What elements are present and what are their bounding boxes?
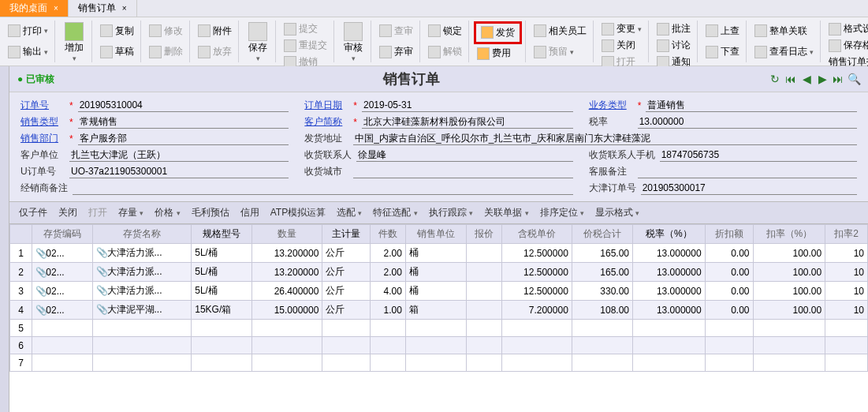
output-button[interactable]: 输出▾: [5, 43, 51, 60]
savefmt-button[interactable]: 保存格式: [825, 37, 868, 54]
modify-button[interactable]: 修改: [146, 23, 186, 39]
atp-button[interactable]: ATP模拟运算: [266, 204, 330, 221]
attach-button[interactable]: 附件: [195, 23, 235, 39]
cust-remark-field[interactable]: [638, 165, 857, 178]
fee-button[interactable]: 费用: [474, 45, 522, 62]
log-button[interactable]: 查看日志▾: [751, 43, 817, 60]
resubmit-button[interactable]: 重提交: [281, 37, 330, 54]
discuss-button[interactable]: 讨论: [654, 37, 694, 54]
saletype-field[interactable]: [78, 115, 289, 129]
fmt-icon: [829, 23, 841, 36]
date-field[interactable]: [362, 99, 573, 112]
batch-button[interactable]: 批注: [654, 21, 694, 37]
track-button[interactable]: 执行跟踪 ▾: [424, 204, 478, 221]
dept-label[interactable]: 销售部门: [20, 132, 65, 145]
gross-button[interactable]: 毛利预估: [187, 204, 234, 221]
whole-button[interactable]: 整单关联: [751, 23, 817, 39]
save-button[interactable]: 保存▾: [244, 21, 272, 64]
table-row[interactable]: 3📎 02...📎 大津活力派...5L/桶26.400000公斤4.00桶12…: [10, 282, 868, 301]
table-row[interactable]: 7: [10, 354, 868, 372]
table-row[interactable]: 4📎 02...📎 大津泥平湖...15KG/箱15.000000公斤1.00箱…: [10, 301, 868, 320]
search-icon[interactable]: 🔍: [848, 73, 860, 85]
review-button[interactable]: 查审: [376, 23, 416, 39]
add-button[interactable]: 增加▾: [60, 21, 88, 64]
ship-icon: [481, 26, 494, 39]
up-button[interactable]: 上查: [702, 23, 743, 39]
recv-contact-field[interactable]: [356, 148, 572, 162]
credit-button[interactable]: 信用: [236, 204, 264, 221]
close-icon: [602, 39, 614, 52]
relate-button[interactable]: 关联单据 ▾: [479, 204, 533, 221]
lock-button[interactable]: 锁定: [425, 23, 465, 39]
draft-icon: [100, 46, 113, 58]
recv-city-label: 收货城市: [304, 165, 348, 178]
fmt-button[interactable]: 格式设置: [825, 21, 868, 37]
feature-button[interactable]: 特征选配 ▾: [368, 204, 422, 221]
delete-icon: [149, 46, 162, 58]
first-icon[interactable]: ⏮: [784, 73, 797, 85]
recv-contact-label: 收货联系人: [304, 148, 352, 162]
left-rail[interactable]: [0, 66, 9, 412]
next-icon[interactable]: ▶: [816, 73, 829, 85]
last-icon[interactable]: ⏭: [832, 73, 844, 85]
taxrate-field[interactable]: [638, 115, 857, 129]
submit-button[interactable]: 提交: [281, 21, 330, 37]
refresh-icon[interactable]: ↻: [769, 73, 781, 85]
dept-field[interactable]: [78, 132, 289, 145]
order-no-field[interactable]: [78, 99, 289, 112]
ship-button[interactable]: 发货: [478, 24, 518, 41]
edit-icon: [149, 24, 162, 37]
recv-phone-field[interactable]: [660, 148, 857, 162]
copy-button[interactable]: 复制: [97, 23, 137, 39]
date-label[interactable]: 订单日期: [304, 99, 348, 112]
ship-addr-field[interactable]: [353, 132, 857, 145]
note-icon: [657, 23, 669, 36]
savefmt-icon: [829, 39, 841, 52]
close-icon[interactable]: ×: [122, 4, 127, 13]
close-button[interactable]: 关闭: [598, 37, 645, 54]
sort-button[interactable]: 排序定位 ▾: [535, 204, 589, 221]
only-child-button[interactable]: 仅子件: [14, 204, 52, 221]
table-row[interactable]: 6: [10, 337, 868, 354]
tab-desktop[interactable]: 我的桌面×: [0, 0, 69, 17]
table-row[interactable]: 1📎 02...📎 大津活力派...5L/桶13.200000公斤2.00桶12…: [10, 244, 868, 263]
abandon-button[interactable]: 放弃: [195, 43, 235, 60]
down-button[interactable]: 下查: [702, 43, 743, 60]
close-row-button[interactable]: 关闭: [54, 204, 82, 221]
order-no-label[interactable]: 订单号: [20, 99, 65, 112]
draft-button[interactable]: 草稿: [97, 43, 137, 60]
close-icon[interactable]: ×: [54, 4, 58, 13]
saletype-label[interactable]: 销售类型: [20, 115, 65, 129]
audit-button[interactable]: 审核▾: [339, 21, 367, 64]
table-row[interactable]: 2📎 02...📎 大津活力派...5L/桶13.200000公斤2.00桶12…: [10, 263, 868, 282]
cust-unit-field[interactable]: [69, 148, 289, 162]
open-row-button[interactable]: 打开: [84, 204, 112, 221]
change-button[interactable]: 变更▾: [598, 21, 645, 37]
users-icon: [534, 24, 546, 37]
log-icon: [754, 46, 767, 58]
assort-button[interactable]: 选配 ▾: [332, 204, 367, 221]
related-button[interactable]: 相关员工: [531, 23, 590, 39]
price-button[interactable]: 价格 ▾: [150, 204, 184, 221]
stock-button[interactable]: 存量 ▾: [114, 204, 148, 221]
tab-sales-order[interactable]: 销售订单×: [69, 0, 137, 17]
biztype-label[interactable]: 业务类型: [589, 99, 633, 112]
print-button[interactable]: 打印▾: [5, 23, 51, 39]
display-button[interactable]: 显示格式 ▾: [590, 204, 644, 221]
cust-abbr-label[interactable]: 客户简称: [304, 115, 348, 129]
data-grid[interactable]: 存货编码存货名称规格型号 数量主计量件数 销售单位报价含税单价 价税合计税率（%…: [9, 224, 868, 412]
recv-city-field[interactable]: [353, 165, 572, 178]
giveup-button[interactable]: 弃审: [376, 43, 416, 60]
uorder-field[interactable]: [69, 165, 289, 178]
unlock-icon: [428, 46, 441, 58]
reserve-button[interactable]: 预留▾: [531, 43, 590, 60]
dj-order-field[interactable]: [641, 182, 857, 195]
delete-button[interactable]: 删除: [146, 43, 186, 60]
export-icon: [8, 46, 20, 58]
dealer-remark-field[interactable]: [73, 182, 573, 195]
biztype-field[interactable]: [646, 99, 857, 112]
table-row[interactable]: 5: [10, 320, 868, 337]
unlock-button[interactable]: 解锁: [425, 43, 465, 60]
prev-icon[interactable]: ◀: [800, 73, 813, 85]
cust-abbr-field[interactable]: [362, 115, 573, 129]
